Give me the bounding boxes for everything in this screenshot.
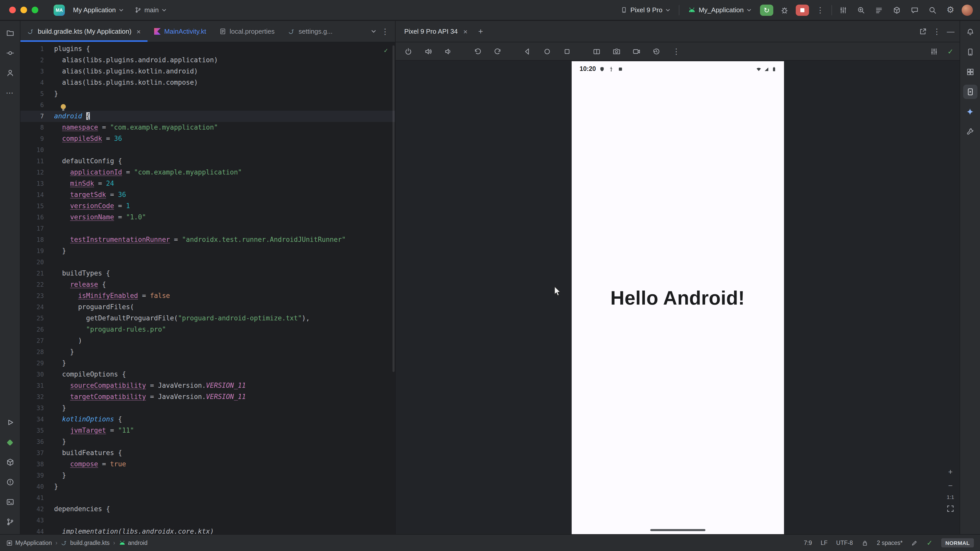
zoom-fit-button[interactable] <box>945 503 956 514</box>
zoom-window-button[interactable] <box>32 6 38 13</box>
version-control-tool-button[interactable] <box>3 515 17 529</box>
build-tool-button[interactable] <box>3 455 17 469</box>
stop-button[interactable] <box>796 4 809 16</box>
code-line-42[interactable]: 42dependencies { <box>21 503 395 515</box>
emulator-screen[interactable]: 10:20 Hello Android! <box>571 61 784 535</box>
more-device-actions-icon[interactable]: ⋮ <box>670 45 683 57</box>
caret-position-widget[interactable]: 7:9 <box>804 540 812 546</box>
code-line-1[interactable]: 1plugins { <box>21 43 395 55</box>
tab-settings-gradle[interactable]: settings.g... <box>281 21 339 42</box>
code-line-14[interactable]: 14 targetSdk = 36 <box>21 189 395 200</box>
code-line-31[interactable]: 31 sourceCompatibility = JavaVersion.VER… <box>21 380 395 391</box>
device-manager-tool-button[interactable] <box>963 45 977 59</box>
code-line-29[interactable]: 29 } <box>21 358 395 369</box>
logcat-icon[interactable] <box>872 4 886 16</box>
code-line-12[interactable]: 12 applicationId = "com.example.myapplic… <box>21 167 395 178</box>
minimize-window-button[interactable] <box>21 6 27 13</box>
rotate-right-icon[interactable] <box>491 45 504 57</box>
code-line-23[interactable]: 23 isMinifyEnabled = false <box>21 290 395 302</box>
pull-requests-tool-button[interactable] <box>3 66 17 80</box>
status-check-icon[interactable]: ✓ <box>927 539 932 547</box>
code-line-10[interactable]: 10 <box>21 144 395 156</box>
code-line-28[interactable]: 28 } <box>21 346 395 358</box>
home-icon[interactable] <box>541 45 554 57</box>
code-line-36[interactable]: 36 } <box>21 436 395 448</box>
editor-scrollbar[interactable] <box>393 45 395 372</box>
code-line-22[interactable]: 22 release { <box>21 279 395 290</box>
vim-mode-badge[interactable]: NORMAL <box>941 538 974 548</box>
breadcrumb-file[interactable]: build.gradle.kts <box>61 540 110 546</box>
logcat-tool-button[interactable] <box>3 435 17 449</box>
editor-tab-options-icon[interactable]: ⋮ <box>381 27 389 35</box>
edit-pencil-icon[interactable] <box>912 540 918 546</box>
breadcrumb-element[interactable]: android <box>119 540 148 546</box>
code-line-3[interactable]: 3 alias(libs.plugins.kotlin.android) <box>21 66 395 77</box>
inspections-ok-icon[interactable]: ✓ <box>384 46 388 54</box>
fold-icon[interactable] <box>590 45 603 57</box>
hidden-tabs-chevron-icon[interactable] <box>371 30 376 33</box>
code-line-9[interactable]: 9 compileSdk = 36 <box>21 133 395 144</box>
layout-inspector-tool-button[interactable] <box>963 65 977 79</box>
snapshots-icon[interactable] <box>650 45 663 57</box>
code-line-33[interactable]: 33 } <box>21 403 395 414</box>
code-line-19[interactable]: 19 } <box>21 245 395 257</box>
profiler-icon[interactable] <box>837 4 850 16</box>
project-selector[interactable]: My Application <box>69 3 127 16</box>
close-device-tab-icon[interactable]: × <box>463 27 468 35</box>
code-line-17[interactable]: 17 <box>21 223 395 234</box>
power-icon[interactable] <box>402 45 415 57</box>
code-line-13[interactable]: 13 minSdk = 24 <box>21 178 395 189</box>
tab-build-gradle[interactable]: build.gradle.kts (My Application) × <box>21 21 147 42</box>
debug-button[interactable] <box>778 4 791 16</box>
code-editor[interactable]: 1plugins {2 alias(libs.plugins.android.a… <box>21 42 395 534</box>
code-line-24[interactable]: 24 proguardFiles( <box>21 302 395 313</box>
gemini-tool-button[interactable] <box>963 105 977 119</box>
code-line-37[interactable]: 37 buildFeatures { <box>21 448 395 459</box>
breadcrumb-module[interactable]: MyApplication <box>6 540 52 546</box>
lock-icon[interactable] <box>862 540 868 546</box>
volume-down-icon[interactable] <box>442 45 455 57</box>
code-line-6[interactable]: 6 <box>21 100 395 111</box>
zoom-in-button[interactable]: + <box>945 466 956 476</box>
project-tool-button[interactable] <box>3 26 17 40</box>
intention-bulb-icon[interactable] <box>61 104 66 109</box>
float-window-icon[interactable] <box>919 27 927 35</box>
code-line-21[interactable]: 21 buildTypes { <box>21 268 395 279</box>
navigation-handle[interactable] <box>650 529 705 531</box>
code-line-44[interactable]: 44 implementation(libs.androidx.core.ktx… <box>21 526 395 534</box>
code-line-38[interactable]: 38 compose = true <box>21 459 395 470</box>
code-line-4[interactable]: 4 alias(libs.plugins.kotlin.compose) <box>21 77 395 88</box>
code-line-11[interactable]: 11 defaultConfig { <box>21 156 395 167</box>
code-line-39[interactable]: 39 } <box>21 470 395 481</box>
assistant-icon[interactable] <box>908 4 921 16</box>
more-tool-windows-button[interactable]: ⋯ <box>3 86 17 100</box>
panel-options-icon[interactable]: ⋮ <box>933 27 941 35</box>
code-line-30[interactable]: 30 compileOptions { <box>21 369 395 380</box>
tab-local-properties[interactable]: local.properties <box>213 21 281 42</box>
device-explorer-icon[interactable] <box>890 4 904 16</box>
code-line-7[interactable]: 7android { <box>21 111 395 122</box>
code-line-27[interactable]: 27 ) <box>21 335 395 346</box>
code-line-41[interactable]: 41 <box>21 492 395 503</box>
terminal-tool-button[interactable] <box>3 495 17 509</box>
code-line-43[interactable]: 43 <box>21 515 395 526</box>
code-line-2[interactable]: 2 alias(libs.plugins.android.application… <box>21 55 395 66</box>
rerun-button[interactable]: ↻ <box>760 4 773 16</box>
back-icon[interactable] <box>520 45 534 57</box>
hide-panel-icon[interactable]: — <box>947 27 955 35</box>
code-line-32[interactable]: 32 targetCompatibility = JavaVersion.VER… <box>21 391 395 403</box>
code-line-26[interactable]: 26 "proguard-rules.pro" <box>21 324 395 335</box>
code-line-18[interactable]: 18 testInstrumentationRunner = "androidx… <box>21 234 395 245</box>
device-tab[interactable]: Pixel 9 Pro API 34 × <box>398 21 474 42</box>
problems-tool-button[interactable] <box>3 475 17 489</box>
code-line-20[interactable]: 20 <box>21 257 395 268</box>
recents-icon[interactable] <box>560 45 574 57</box>
commit-tool-button[interactable] <box>3 46 17 60</box>
code-line-8[interactable]: 8 namespace = "com.example.myapplication… <box>21 122 395 133</box>
close-window-button[interactable] <box>9 6 16 13</box>
app-quality-insights-icon[interactable] <box>854 4 868 16</box>
indent-widget[interactable]: 2 spaces* <box>877 540 903 546</box>
code-line-16[interactable]: 16 versionName = "1.0" <box>21 212 395 223</box>
code-line-25[interactable]: 25 getDefaultProguardFile("proguard-andr… <box>21 313 395 324</box>
display-settings-icon[interactable] <box>928 45 941 57</box>
